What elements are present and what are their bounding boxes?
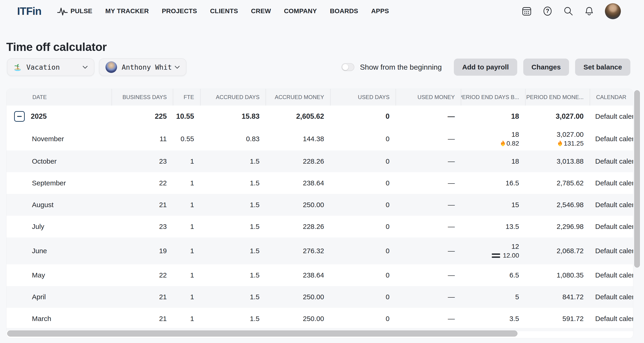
nav-item-pulse[interactable]: PULSE [57,7,92,16]
nav-item-company[interactable]: COMPANY [284,8,317,15]
column-header-accrued-money[interactable]: ACCRUED MONEY [266,89,330,106]
column-header-period-end-days[interactable]: PERIOD END DAYS B... [461,89,525,106]
timeoff-table: DATE BUSINESS DAYS FTE ACCRUED DAYS ACCR… [6,89,633,338]
period-end-days-value: 5 [515,293,519,301]
cell-accrued-money: 250.00 [266,194,330,216]
table-row: May2211.5238.640—6.51,080.35Default cale… [6,264,633,286]
nav-item-projects[interactable]: PROJECTS [162,8,197,15]
cell-accrued-days: 15.83 [200,106,266,127]
period-end-days-value: 18 [511,112,519,121]
cell-period-end-money: 2,068.72 [525,237,590,264]
cell-used-money: — [396,150,461,172]
date-label: June [32,247,47,255]
column-header-accrued-days[interactable]: ACCRUED DAYS [200,89,266,106]
app-logo[interactable]: ITFin [17,5,42,17]
cell-calendar: Default calendar [590,194,633,216]
date-label: April [32,293,46,301]
cell-fte: 1 [173,237,200,264]
period-end-money-value: 3,027.00131.25 [556,131,584,147]
column-header-date[interactable]: DATE [6,89,112,106]
cell-used-days: 0 [330,286,396,308]
cell-business-days: 22 [112,172,173,194]
search-icon[interactable] [563,6,574,16]
cell-business-days: 23 [112,216,173,237]
show-from-beginning-label: Show from the beginning [360,63,442,72]
nav-item-label: PULSE [70,8,92,15]
vertical-scrollbar[interactable] [634,90,640,267]
date-label: July [32,223,44,230]
cell-period-end-days: 5 [461,286,525,308]
cell-calendar: Default calendar [590,106,633,127]
nav-item-my-tracker[interactable]: MY TRACKER [105,8,149,15]
help-icon[interactable]: ? [542,6,553,16]
table-row: November110.550.83144.380—180.823,027.00… [6,127,633,150]
date-cell: October [6,150,112,172]
top-nav: ITFin PULSE MY TRACKER PROJECTS CLIENTS … [0,0,644,22]
top-icons: ? [522,3,621,19]
add-to-payroll-button[interactable]: Add to payroll [454,59,517,76]
cell-calendar: Default calendar [590,216,633,237]
period-end-days-value: 13.5 [506,223,519,230]
collapse-year-button[interactable] [14,111,25,122]
horizontal-scrollbar[interactable] [7,330,518,336]
nav-item-apps[interactable]: APPS [371,8,389,15]
cell-fte: 10.55 [173,106,200,127]
policy-select-value: Vacation [26,63,60,71]
cell-calendar: Default calendar [590,264,633,286]
cell-used-money: — [396,264,461,286]
calendar-grid-icon[interactable] [522,6,532,16]
date-cell: August [6,194,112,216]
cell-calendar: Default calendar [590,150,633,172]
cell-used-money: — [396,308,461,329]
cell-calendar: Default calendar [590,172,633,194]
employee-select[interactable]: Anthony Whit [99,58,186,76]
cell-business-days: 22 [112,264,173,286]
date-cell: June [6,237,112,264]
cell-period-end-days: 15 [461,194,525,216]
column-header-period-end-money[interactable]: PERIOD END MONE... [525,89,590,106]
minus-icon [17,116,22,117]
date-cell: 2025 [6,106,112,127]
cell-used-money: — [396,106,461,127]
table-row: July2311.5228.260—13.52,296.98Default ca… [6,216,633,237]
cell-calendar: Default calendar [590,286,633,308]
cell-used-days: 0 [330,237,396,264]
column-header-used-money[interactable]: USED MONEY [396,89,461,106]
nav-item-clients[interactable]: CLIENTS [210,8,238,15]
cell-period-end-money: 1,080.35 [525,264,590,286]
date-label: September [32,179,66,187]
column-header-calendar[interactable]: CALENDAR [590,89,633,106]
user-avatar[interactable] [605,3,621,19]
svg-text:?: ? [546,8,549,14]
period-end-days-value: 18 [512,157,519,165]
changes-button[interactable]: Changes [523,59,569,76]
cell-used-days: 0 [330,150,396,172]
nav-item-boards[interactable]: BOARDS [330,8,358,15]
cell-used-days: 0 [330,308,396,329]
table-row: September2211.5238.640—16.52,785.62Defau… [6,172,633,194]
nav-item-crew[interactable]: CREW [251,8,271,15]
set-balance-button[interactable]: Set balance [575,59,630,76]
column-header-business-days[interactable]: BUSINESS DAYS [112,89,173,106]
cell-period-end-days: 1212.00 [461,237,525,264]
show-from-beginning-toggle[interactable] [342,63,354,71]
bell-icon[interactable] [584,6,594,16]
date-label: November [32,135,64,143]
cell-accrued-days: 1.5 [200,264,266,286]
cell-period-end-days: 18 [461,150,525,172]
cell-period-end-money: 2,546.98 [525,194,590,216]
date-cell: July [6,216,112,237]
toggle-knob [342,64,348,70]
cell-accrued-money: 228.26 [266,150,330,172]
period-end-days-value: 3.5 [509,315,519,323]
period-end-days-value: 180.82 [500,131,519,147]
cell-fte: 1 [173,150,200,172]
cell-period-end-days: 6.5 [461,264,525,286]
policy-select[interactable]: Vacation [7,58,94,76]
cell-business-days: 23 [112,150,173,172]
column-header-used-days[interactable]: USED DAYS [330,89,396,106]
column-header-fte[interactable]: FTE [173,89,200,106]
cell-period-end-days: 13.5 [461,216,525,237]
cell-period-end-money: 3,013.88 [525,150,590,172]
date-label: 2025 [31,112,47,121]
